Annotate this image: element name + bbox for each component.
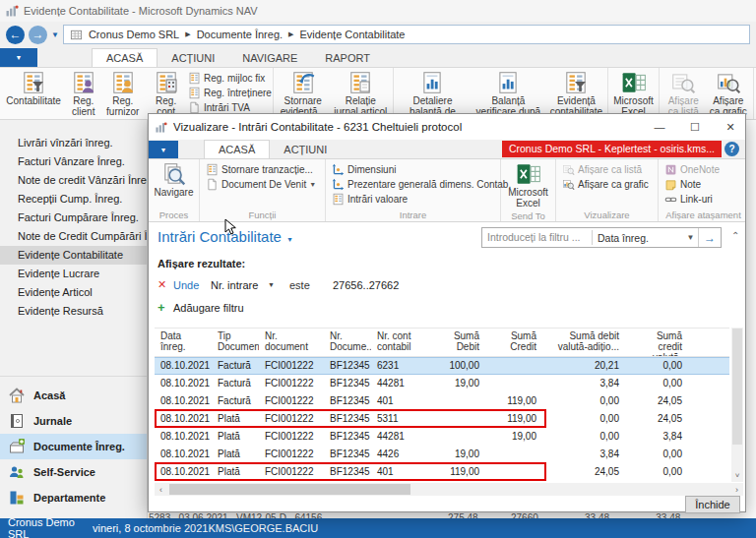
table-row[interactable]: 08.10.2021PlatăFCI001222BF12345401119,00… <box>155 463 729 481</box>
sidebar-link[interactable]: Evidențe Lucrare <box>0 265 147 283</box>
scrollbar-thumb[interactable] <box>169 484 410 495</box>
sidebar-item-acasa[interactable]: Acasă <box>0 383 147 408</box>
collapse-filter-chevron-icon[interactable]: ⌃ <box>731 230 739 241</box>
add-filter-row[interactable]: + Adăugare filtru <box>158 300 728 315</box>
filter-field-name[interactable]: Nr. intrare <box>211 279 268 291</box>
sidebar-link[interactable]: Livrări vînzări înreg. <box>0 134 147 152</box>
contabilitate-button[interactable]: Contabilitate <box>2 69 65 108</box>
close-window-button[interactable]: ✕ <box>716 117 745 137</box>
breadcrumb-item[interactable]: Evidențe Contabilitate <box>299 29 405 40</box>
scroll-right-icon[interactable]: › <box>730 485 743 495</box>
where-label[interactable]: Unde <box>173 279 211 291</box>
intrari-valoare-button[interactable]: Intrări valoare <box>332 192 501 206</box>
reg-client-button[interactable]: Reg. client <box>65 69 101 118</box>
table-cell: 100,00 <box>424 357 485 375</box>
tab-navigare[interactable]: NAVIGARE <box>228 49 311 67</box>
filter-field-select[interactable]: Data înreg. <box>593 232 683 244</box>
sidebar-link[interactable]: Evidențe Resursă <box>0 302 147 321</box>
back-button[interactable]: ← <box>6 26 25 44</box>
afisare-ca-grafic-button[interactable]: Afișare ca grafic <box>706 69 751 118</box>
scroll-down-icon[interactable]: ˅ <box>731 469 743 482</box>
tab-acasa[interactable]: ACASĂ <box>92 48 158 67</box>
column-header[interactable]: Nr. cont contabil <box>371 329 424 356</box>
column-header[interactable]: Nr. Docume... <box>324 329 371 356</box>
nav-label: Departamente <box>33 492 105 504</box>
column-header[interactable]: Sumă debit valută-adițio... <box>542 329 625 356</box>
onenote-icon <box>664 163 677 176</box>
scroll-left-icon[interactable]: ‹ <box>155 485 167 495</box>
help-icon[interactable]: ? <box>724 142 739 156</box>
minimize-button[interactable]: — <box>645 117 674 137</box>
apply-filter-button[interactable]: → <box>699 231 721 245</box>
sidebar-item-departamente[interactable]: Departamente <box>0 485 147 510</box>
sidebar-link[interactable]: Note de Credit Cumpărări Înreg. <box>0 227 147 246</box>
tab-raport[interactable]: RAPORT <box>311 49 384 67</box>
breadcrumb[interactable]: Cronus Demo SRL ▶ Documente Înreg. ▶ Evi… <box>63 25 750 44</box>
link-uri-button[interactable]: Link-uri <box>664 192 745 206</box>
scrollbar-thumb[interactable] <box>732 329 742 445</box>
sidebar-item-documente-inreg[interactable]: Documente Înreg. <box>0 434 147 459</box>
table-cell: 0,00 <box>542 428 625 446</box>
horizontal-scrollbar[interactable]: ‹ › <box>155 483 743 496</box>
sidebar-link[interactable]: Note de credit Vânzări Înreg. <box>0 171 147 190</box>
close-button[interactable]: Închide <box>685 496 740 513</box>
prezentare-generala-button[interactable]: Prezentare generală dimens. Contab. <box>332 177 501 191</box>
remove-filter-icon[interactable]: ✕ <box>158 278 173 291</box>
filter-condition-row: ✕ Unde Nr. intrare ▼ este 27656..27662 <box>158 278 728 291</box>
page-title-caret-icon[interactable]: ▼ <box>286 236 293 243</box>
app-menu-button[interactable]: ▼ <box>0 48 37 67</box>
modal-app-menu-button[interactable]: ▼ <box>149 141 178 158</box>
statusbar-company[interactable]: Cronus Demo SRL <box>0 516 85 538</box>
intrari-tva-button[interactable]: Intrări TVA <box>188 100 271 114</box>
breadcrumb-item[interactable]: Cronus Demo SRL <box>89 29 179 40</box>
breadcrumb-item[interactable]: Documente Înreg. <box>197 29 283 40</box>
document-de-venit-button[interactable]: Document De Venit▼ <box>206 177 323 191</box>
modal-tab-actiuni[interactable]: ACȚIUNI <box>270 141 341 158</box>
sidebar-link[interactable]: Facturi Vânzare Înreg. <box>0 152 147 171</box>
stornare-evidenta-button[interactable]: Stornare evidență... <box>276 69 331 118</box>
relatie-jurnal-articol-button[interactable]: Relație jurnal articol <box>331 69 391 118</box>
table-row[interactable]: 08.10.2021FacturăFCI001222BF123456231100… <box>155 357 729 375</box>
modal-excel-button[interactable]: Microsoft Excel <box>503 160 553 209</box>
table-row[interactable]: 08.10.2021FacturăFCI001222BF12345401119,… <box>155 392 729 410</box>
column-header[interactable]: Sumă Debit <box>424 329 485 356</box>
nav-label: Acasă <box>33 389 65 401</box>
evidenta-contabilitate-button[interactable]: Evidență contabilitate <box>547 69 605 118</box>
column-header[interactable]: Nr. document <box>259 329 324 356</box>
column-header[interactable]: Data înreg. <box>155 329 212 356</box>
sidebar-link[interactable]: Evidențe Articol <box>0 283 147 302</box>
reg-mijloc-fix-button[interactable]: Reg. mijloc fix <box>188 71 271 85</box>
navigare-button[interactable]: Navigare <box>151 160 197 200</box>
reg-intretinere-button[interactable]: Reg. întreținere <box>188 86 271 99</box>
tab-actiuni[interactable]: ACȚIUNI <box>158 49 228 67</box>
sidebar-link[interactable]: Evidențe Contabilitate <box>0 246 147 265</box>
sidebar-link[interactable]: Recepții Cump. Înreg. <box>0 190 147 209</box>
table-row[interactable]: 08.10.2021PlatăFCI001222BF123455311119,0… <box>155 410 729 428</box>
note-button[interactable]: Note <box>664 177 745 191</box>
filter-field-dropdown-icon[interactable]: ▼ <box>683 228 699 247</box>
table-row[interactable]: 08.10.2021PlatăFCI001222BF123454428119,0… <box>155 428 729 446</box>
column-header[interactable]: Sumă Credit <box>485 329 542 356</box>
maximize-button[interactable]: ☐ <box>680 117 710 137</box>
excel-button[interactable]: Microsoft Excel <box>610 69 657 118</box>
vertical-scrollbar[interactable]: ˅ <box>731 328 743 482</box>
table-row[interactable]: 08.10.2021PlatăFCI001222BF12345442619,00… <box>155 446 729 463</box>
dimensiuni-button[interactable]: Dimensiuni <box>332 162 501 176</box>
sidebar-link[interactable]: Facturi Cumpărare Înreg. <box>0 209 147 227</box>
sidebar-item-jurnale[interactable]: Jurnale <box>0 408 147 434</box>
stornare-tranzactie-button[interactable]: Stornare tranzacție... <box>206 162 323 176</box>
filter-field-caret-icon[interactable]: ▼ <box>268 281 289 288</box>
reg-furnizor-button[interactable]: Reg. furnizor <box>101 69 144 118</box>
modal-tab-acasa[interactable]: ACASĂ <box>204 140 270 158</box>
filter-value[interactable]: 27656..27662 <box>333 279 399 291</box>
modal-afisare-ca-grafic-button[interactable]: Afișare ca grafic <box>562 177 656 191</box>
filter-operator[interactable]: este <box>289 279 333 291</box>
filter-input[interactable]: Introduceți la filtru ... <box>482 230 593 245</box>
table-row[interactable]: 08.10.2021FacturăFCI001222BF123454428119… <box>155 375 729 392</box>
column-header[interactable]: Sumă credit valută-adițio... <box>625 329 688 356</box>
history-dropdown-icon[interactable]: ▼ <box>51 30 59 39</box>
column-header[interactable]: Tip Document <box>212 329 259 356</box>
forward-button[interactable]: → <box>29 26 47 44</box>
scrollbar-track[interactable] <box>167 483 730 496</box>
sidebar-item-self-service[interactable]: Self-Service <box>0 459 147 485</box>
